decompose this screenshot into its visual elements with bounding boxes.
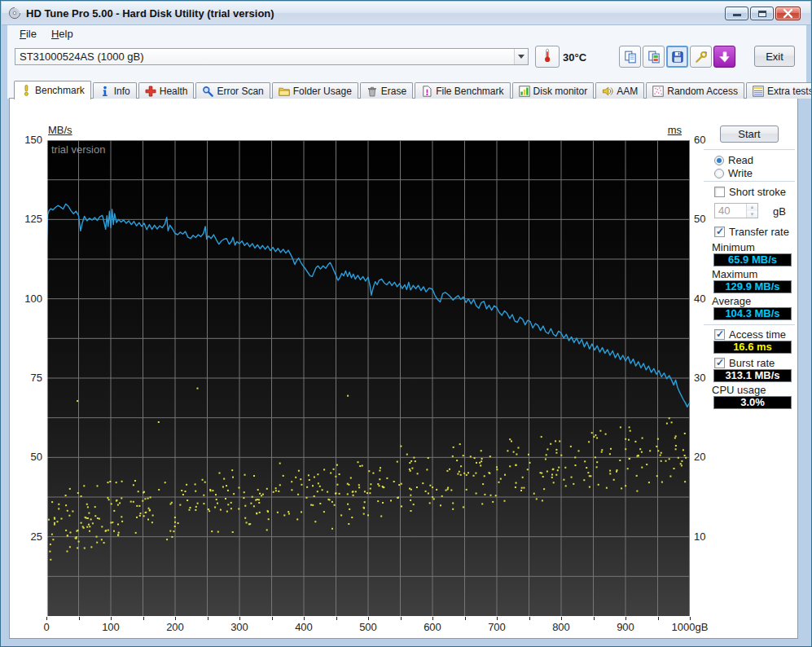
copy-image-button[interactable] (643, 46, 665, 68)
write-radio[interactable] (714, 169, 724, 178)
x-axis-tick (175, 617, 176, 620)
maximum-value: 129.9 MB/s (713, 280, 792, 293)
menu-help[interactable]: Help (44, 26, 81, 42)
folder-usage-icon (279, 86, 290, 97)
export-button[interactable] (713, 46, 735, 68)
tab-info[interactable]: Info (93, 82, 137, 99)
extra-tests-icon (753, 86, 764, 97)
menu-bar: FileHelp (7, 25, 806, 42)
tab-health[interactable]: Health (138, 82, 195, 99)
benchmark-panel: MB/s ms trial version 150125100755025605… (9, 98, 798, 639)
access-time-row[interactable]: Access time (714, 328, 786, 341)
transfer-rate-label: Transfer rate (729, 226, 789, 238)
minimum-label: Minimum (712, 241, 755, 253)
app-window: HD Tune Pro 5.00 - Hard Disk Utility (tr… (0, 0, 812, 647)
tab-benchmark[interactable]: Benchmark (14, 81, 91, 99)
burst-rate-checkbox[interactable] (714, 358, 725, 368)
x-axis-tick (79, 617, 80, 620)
short-stroke-size-stepper[interactable]: 40 ▲▼ (714, 203, 758, 218)
x-axis-tick (239, 617, 240, 620)
x-axis-tick-label: 600 (408, 621, 457, 633)
y-left-axis-caption: MB/s (48, 124, 72, 136)
x-axis-tick (401, 617, 402, 620)
burst-rate-value: 313.1 MB/s (713, 369, 792, 382)
tab-folder-usage[interactable]: Folder Usage (272, 82, 358, 99)
tab-erase[interactable]: Erase (360, 82, 413, 99)
restore-button[interactable] (750, 7, 774, 20)
burst-rate-row[interactable]: Burst rate (714, 357, 775, 369)
y-right-axis-caption: ms (649, 124, 682, 136)
x-axis-tick (561, 617, 562, 620)
x-axis-tick (46, 617, 47, 620)
x-axis-tick-label: 200 (151, 621, 200, 633)
tab-label: Erase (381, 86, 406, 97)
drive-selector[interactable]: ST31000524AS (1000 gB) (15, 48, 529, 65)
start-button[interactable]: Start (720, 125, 779, 143)
window-title: HD Tune Pro 5.00 - Hard Disk Utility (tr… (26, 7, 274, 20)
x-axis-tick (304, 617, 305, 620)
burst-rate-label: Burst rate (729, 357, 775, 369)
tab-random-access[interactable]: Random Access (646, 82, 744, 99)
menu-file[interactable]: File (12, 26, 44, 42)
transfer-rate-row[interactable]: Transfer rate (714, 226, 789, 238)
stepper-arrows[interactable]: ▲▼ (746, 204, 757, 218)
y-left-tick: 125 (14, 213, 42, 225)
save-icon (671, 51, 684, 64)
disk-monitor-icon (519, 86, 530, 97)
export-icon (718, 51, 731, 64)
x-axis-tick (336, 617, 337, 620)
save-button[interactable] (666, 46, 688, 68)
svg-text:trial version: trial version (51, 143, 105, 156)
short-stroke-row[interactable]: Short stroke (714, 186, 786, 198)
x-axis-tick-label: 900 (601, 621, 650, 633)
info-icon (99, 86, 111, 97)
y-left-tick: 50 (14, 451, 42, 463)
copy-image-icon (647, 51, 661, 64)
read-radio-row[interactable]: Read (714, 154, 753, 166)
toolbar: ST31000524AS (1000 gB) 30°C Exit (7, 42, 806, 81)
x-axis-tick-label: 1000gB (665, 621, 714, 633)
transfer-rate-checkbox[interactable] (714, 227, 725, 237)
x-axis-tick (272, 617, 273, 620)
temperature-button[interactable] (535, 46, 560, 68)
x-axis-tick (432, 617, 433, 620)
tab-file-benchmark[interactable]: File Benchmark (415, 82, 510, 99)
tab-extra-tests[interactable]: Extra tests (746, 82, 812, 99)
y-right-tick: 30 (694, 372, 705, 384)
minimize-button[interactable] (725, 7, 748, 20)
separator (704, 181, 795, 183)
health-icon (145, 86, 156, 97)
options-button[interactable] (690, 46, 712, 68)
access-time-checkbox[interactable] (714, 329, 725, 340)
y-left-tick: 75 (14, 372, 42, 384)
y-left-tick: 100 (14, 293, 42, 305)
x-axis-tick (368, 617, 369, 620)
drive-selector-dropdown[interactable] (514, 49, 528, 64)
write-radio-label: Write (728, 167, 753, 179)
tab-aam[interactable]: AAM (595, 82, 644, 99)
tab-error-scan[interactable]: Error Scan (195, 82, 270, 99)
average-value: 104.3 MB/s (713, 307, 792, 320)
read-radio[interactable] (714, 156, 724, 165)
title-bar[interactable]: HD Tune Pro 5.00 - Hard Disk Utility (tr… (2, 2, 810, 25)
stepper-down-icon[interactable]: ▼ (747, 211, 757, 218)
stepper-up-icon[interactable]: ▲ (747, 204, 757, 211)
erase-icon (366, 86, 378, 97)
short-stroke-checkbox[interactable] (714, 187, 725, 197)
tab-label: Random Access (667, 86, 738, 97)
x-axis-tick-label: 500 (344, 621, 393, 633)
file-benchmark-icon (421, 86, 432, 97)
y-right-tick: 50 (694, 213, 705, 225)
close-button[interactable] (775, 7, 801, 20)
copy-button[interactable] (619, 46, 641, 68)
tab-label: Folder Usage (293, 86, 352, 97)
benchmark-icon (20, 85, 32, 96)
write-radio-row[interactable]: Write (714, 167, 753, 179)
exit-button[interactable]: Exit (754, 46, 795, 67)
x-axis-tick-label: 0 (22, 621, 71, 633)
tab-disk-monitor[interactable]: Disk monitor (512, 82, 595, 99)
options-icon (695, 51, 708, 64)
x-axis-tick-label: 800 (537, 621, 586, 633)
read-radio-label: Read (728, 154, 753, 166)
short-stroke-label: Short stroke (729, 186, 786, 198)
